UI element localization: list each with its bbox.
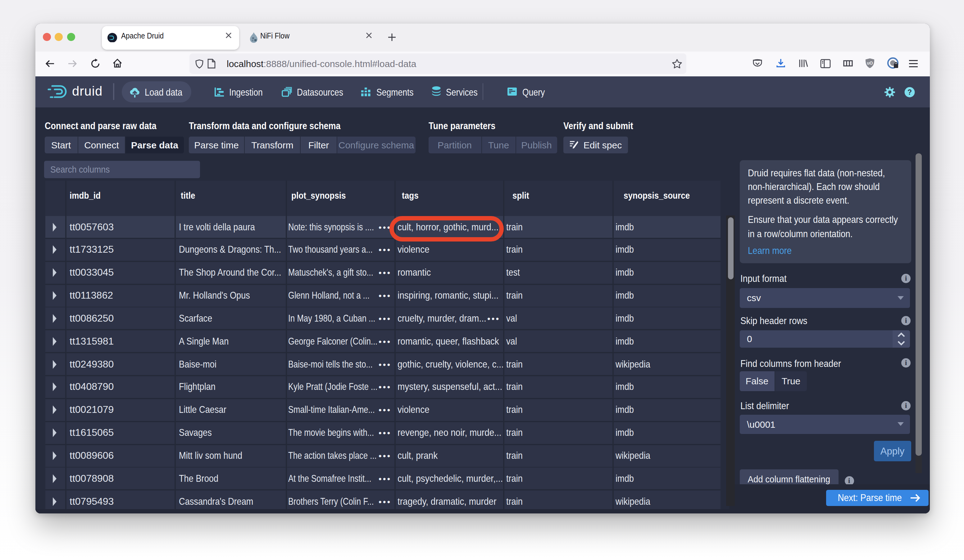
svg-text:uO: uO — [866, 60, 873, 65]
svg-text:?: ? — [907, 88, 912, 96]
